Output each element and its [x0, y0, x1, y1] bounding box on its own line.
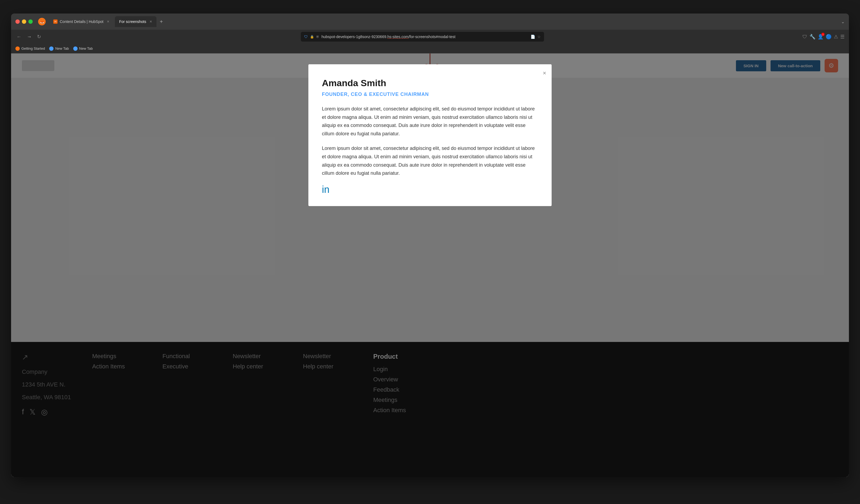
favicon-new-tab-1 [49, 46, 54, 51]
bookmark-label-new-tab-1: New Tab [55, 46, 69, 50]
tab-close-for-screenshots[interactable]: ✕ [149, 20, 152, 24]
modal-person-name: Amanda Smith [322, 78, 538, 88]
modal-dialog: × Amanda Smith FOUNDER, CEO & EXECUTIVE … [309, 64, 551, 206]
chevron-down-icon: ⌄ [841, 19, 845, 24]
tabs-area: H Content Details | HubSpot ✕ For screen… [49, 16, 838, 27]
browser-window: 🦊 H Content Details | HubSpot ✕ For scre… [11, 14, 849, 477]
modal-close-button[interactable]: × [543, 70, 546, 77]
linkedin-text: in [322, 184, 329, 195]
bookmark-star-icon[interactable]: ☆ [537, 34, 541, 39]
bookmark-label-getting-started: Getting Started [22, 46, 45, 50]
favicon-new-tab-2 [73, 46, 77, 51]
shield-toolbar-icon[interactable]: 🛡 [802, 34, 807, 40]
forward-button[interactable]: → [26, 33, 33, 41]
new-tab-button[interactable]: + [158, 17, 165, 26]
favicon-getting-started [15, 46, 20, 51]
hubspot-tab-icon: H [53, 19, 58, 24]
url-domain: hs-sites.com [387, 34, 408, 39]
title-bar: 🦊 H Content Details | HubSpot ✕ For scre… [11, 14, 849, 30]
profile-icon[interactable]: 👤 1 [818, 34, 823, 40]
modal-overlay[interactable]: × Amanda Smith FOUNDER, CEO & EXECUTIVE … [11, 54, 849, 477]
bookmarks-bar: Getting Started New Tab New Tab [11, 44, 849, 54]
address-bar[interactable]: 🛡 🔒 ⛨ hubspot-developers-1g8sonz-9230669… [301, 32, 544, 42]
reader-mode-icon[interactable]: 📄 [531, 34, 535, 39]
warning-icon[interactable]: ⚠ [834, 34, 838, 40]
shield-icon-2: ⛨ [316, 35, 319, 39]
address-bar-row: ← → ↻ 🛡 🔒 ⛨ hubspot-developers-1g8sonz-9… [11, 30, 849, 44]
vpn-icon[interactable]: 🔵 [826, 34, 832, 40]
tab-for-screenshots[interactable]: For screenshots ✕ [115, 16, 157, 27]
bookmark-icons: 📄 ☆ [531, 34, 541, 39]
shield-icon: 🛡 [304, 34, 308, 39]
bookmark-new-tab-2[interactable]: New Tab [73, 46, 93, 51]
close-window-button[interactable] [15, 19, 20, 24]
toolbar-icons: 🛡 🔧 👤 1 🔵 ⚠ ☰ [802, 34, 845, 40]
bookmark-getting-started[interactable]: Getting Started [15, 46, 45, 51]
minimize-window-button[interactable] [22, 19, 26, 24]
maximize-window-button[interactable] [28, 19, 33, 24]
menu-icon[interactable]: ☰ [840, 34, 845, 40]
back-button[interactable]: ← [15, 33, 23, 41]
modal-person-title: FOUNDER, CEO & EXECUTIVE CHAIRMAN [322, 92, 538, 97]
traffic-lights [15, 19, 33, 24]
linkedin-icon[interactable]: in [322, 184, 538, 195]
lock-icon: 🔒 [310, 35, 314, 39]
tab-content-details[interactable]: H Content Details | HubSpot ✕ [49, 16, 114, 27]
reload-button[interactable]: ↻ [36, 33, 42, 41]
bookmark-new-tab-1[interactable]: New Tab [49, 46, 69, 51]
bookmark-label-new-tab-2: New Tab [79, 46, 93, 50]
tab-label-for-screenshots: For screenshots [119, 19, 146, 24]
page-content: SIGN IN New call-to-action ⚙ #modal-test… [11, 54, 849, 477]
window-controls-right: ⌄ [841, 19, 845, 24]
tab-close-content-details[interactable]: ✕ [107, 20, 110, 24]
browser-icon: 🦊 [38, 18, 46, 25]
modal-body-paragraph-2: Lorem ipsum dolor sit amet, consectetur … [322, 144, 538, 177]
extensions-icon[interactable]: 🔧 [809, 34, 815, 40]
tab-label-content-details: Content Details | HubSpot [60, 19, 103, 24]
url-text: hubspot-developers-1g8sonz-9230669.hs-si… [321, 34, 528, 39]
modal-body-paragraph-1: Lorem ipsum dolor sit amet, consectetur … [322, 105, 538, 138]
